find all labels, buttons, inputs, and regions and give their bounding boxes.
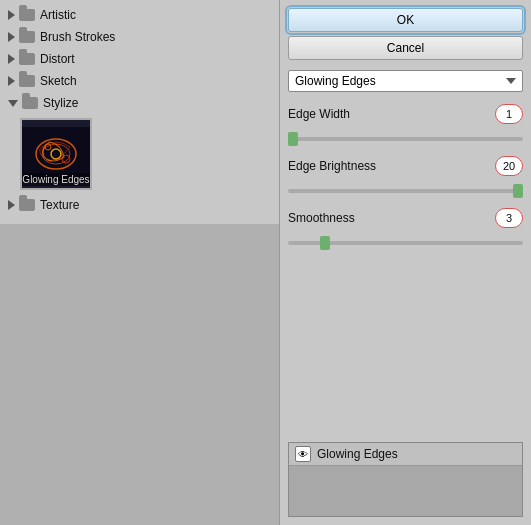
ok-button[interactable]: OK (288, 8, 523, 32)
sidebar-item-label-brush-strokes: Brush Strokes (40, 30, 115, 44)
sidebar-item-label-stylize: Stylize (43, 96, 78, 110)
right-panel: OK Cancel Glowing Edges Edge Width 1 Edg… (280, 0, 531, 525)
action-buttons: OK Cancel (288, 8, 523, 60)
sidebar-item-distort[interactable]: Distort (0, 48, 279, 70)
expand-icon-distort (8, 54, 15, 64)
sidebar-item-stylize[interactable]: Stylize (0, 92, 279, 114)
bottom-panel-header: 👁 Glowing Edges (289, 443, 522, 466)
thumbnail-area: Glowing Edges (0, 114, 279, 194)
thumbnail-label: Glowing Edges (22, 173, 90, 186)
bottom-panel: 👁 Glowing Edges (288, 442, 523, 517)
sidebar-item-label-texture: Texture (40, 198, 79, 212)
sidebar-item-sketch[interactable]: Sketch (0, 70, 279, 92)
folder-icon-distort (19, 53, 35, 65)
smoothness-slider-container (288, 234, 523, 248)
folder-icon-sketch (19, 75, 35, 87)
bottom-panel-label: Glowing Edges (317, 447, 398, 461)
left-panel: Artistic Brush Strokes Distort Sketch (0, 0, 280, 525)
expand-icon-texture (8, 200, 15, 210)
sidebar-item-label-sketch: Sketch (40, 74, 77, 88)
glowing-edges-thumbnail[interactable]: Glowing Edges (20, 118, 92, 190)
sidebar-item-label-distort: Distort (40, 52, 75, 66)
smoothness-row: Smoothness 3 (288, 208, 523, 228)
folder-icon-brush-strokes (19, 31, 35, 43)
expand-icon-artistic (8, 10, 15, 20)
smoothness-label: Smoothness (288, 211, 495, 225)
edge-brightness-slider[interactable] (288, 189, 523, 193)
visibility-icon[interactable]: 👁 (295, 446, 311, 462)
sidebar-item-brush-strokes[interactable]: Brush Strokes (0, 26, 279, 48)
edge-width-slider-container (288, 130, 523, 144)
folder-icon-artistic (19, 9, 35, 21)
sidebar-section-stylize: Stylize (0, 92, 279, 194)
cancel-button[interactable]: Cancel (288, 36, 523, 60)
preview-area (0, 224, 279, 525)
filter-select[interactable]: Glowing Edges (288, 70, 523, 92)
sidebar-item-texture[interactable]: Texture (0, 194, 279, 216)
edge-brightness-slider-container (288, 182, 523, 196)
sidebar-item-label-artistic: Artistic (40, 8, 76, 22)
expand-icon-brush-strokes (8, 32, 15, 42)
edge-brightness-value: 20 (495, 156, 523, 176)
edge-brightness-label: Edge Brightness (288, 159, 495, 173)
expand-icon-sketch (8, 76, 15, 86)
folder-icon-stylize (22, 97, 38, 109)
edge-brightness-row: Edge Brightness 20 (288, 156, 523, 176)
edge-width-row: Edge Width 1 (288, 104, 523, 124)
smoothness-value: 3 (495, 208, 523, 228)
sidebar-item-artistic[interactable]: Artistic (0, 4, 279, 26)
edge-width-value: 1 (495, 104, 523, 124)
filter-list: Artistic Brush Strokes Distort Sketch (0, 0, 279, 220)
bottom-preview-area (289, 466, 522, 516)
expand-icon-stylize (8, 100, 18, 107)
edge-width-label: Edge Width (288, 107, 495, 121)
smoothness-slider[interactable] (288, 241, 523, 245)
edge-width-slider[interactable] (288, 137, 523, 141)
folder-icon-texture (19, 199, 35, 211)
